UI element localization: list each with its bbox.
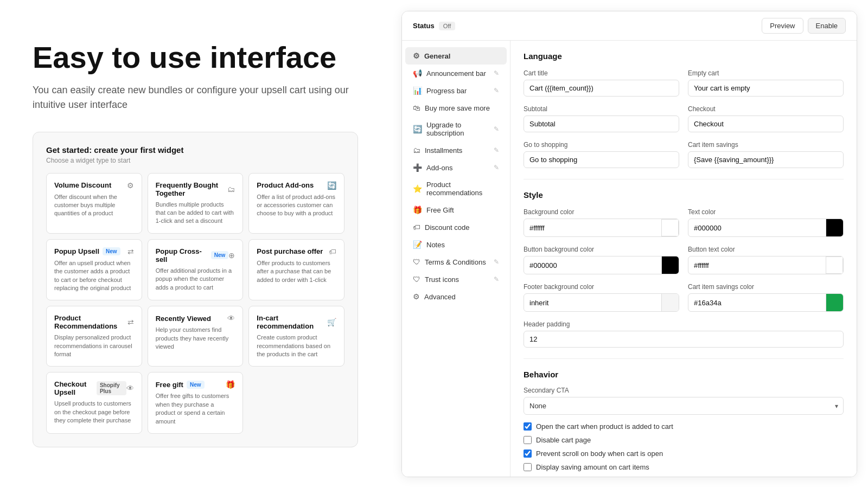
checkbox-open_cart[interactable] [524,422,532,431]
sidebar-item[interactable]: ⚙ General [405,47,507,65]
cart-title-input[interactable] [524,80,679,97]
header-padding-label: Header padding [524,320,844,328]
footer-bg-color-field: Footer background color [524,283,679,312]
sidebar-item[interactable]: ➕ Add-ons ✎ [405,159,507,176]
go-shopping-input[interactable] [524,151,679,168]
widget-card-desc: Display personalized product recommendat… [54,333,134,358]
widget-badge: Shopify Plus [97,381,126,395]
go-shopping-field: Go to shopping [524,141,679,168]
widget-card[interactable]: Free gift New 🎁 Offer free gifts to cust… [148,372,244,434]
sidebar-item[interactable]: 📝 Notes [405,236,507,253]
subtotal-label: Subtotal [524,105,679,113]
secondary-cta-select[interactable]: None [524,397,844,415]
language-section-title: Language [524,52,844,61]
widget-card-icon: 🎁 [226,380,235,389]
widget-grid: Volume Discount ⚙ Offer discount when th… [46,173,344,434]
widget-card-header: Post purchase offer 🏷 [257,247,336,256]
widget-card-desc: Bundles multiple products that can be ad… [156,201,235,226]
btn-bg-color-swatch [661,256,679,274]
sidebar-item[interactable]: 🛡 Trust icons ✎ [405,271,507,288]
widget-card-title: Frequently Bought Together [156,181,228,197]
btn-text-color-input[interactable] [688,258,826,273]
sidebar-item-left: ➕ Add-ons [413,163,452,172]
widget-card[interactable]: Popup Upsell New ⇄ Offer an upsell produ… [46,239,142,301]
edit-icon: ✎ [494,146,499,154]
status-area: Status Off [413,22,455,30]
bg-color-swatch [661,219,679,236]
widget-card[interactable]: Post purchase offer 🏷 Offer products to … [248,239,344,301]
text-color-label: Text color [688,208,844,216]
sidebar-item-label: Buy more save more [425,104,490,112]
footer-bg-color-input[interactable] [524,295,661,311]
cart-savings-color-input[interactable] [688,295,826,311]
widget-card-title: Checkout Upsell Shopify Plus [54,380,126,396]
edit-icon: ✎ [494,258,499,266]
checkbox-prevent_scroll[interactable] [524,450,532,458]
sidebar-icon: 🛡 [413,275,420,284]
cart-savings-label: Cart item savings [688,141,844,149]
sidebar-icon: ⚙ [413,52,420,60]
checkbox-item: Display saving amount on cart items [524,463,844,471]
text-color-input[interactable] [688,220,826,236]
widget-card-desc: Create custom product recommendations ba… [257,333,336,358]
checkbox-display_saving[interactable] [524,463,532,471]
sidebar-icon: 🔄 [413,125,422,133]
enable-button[interactable]: Enable [808,18,846,34]
widget-card[interactable]: Product Recommendations ⇄ Display person… [46,306,142,367]
cart-savings-input[interactable] [688,151,844,168]
widget-card[interactable]: Popup Cross-sell New ⊕ Offer additional … [148,239,244,301]
secondary-cta-wrapper: None ▾ [524,397,844,415]
style-row-2: Button background color Button text colo… [524,246,844,274]
sidebar-item[interactable]: ⭐ Product recommendations [405,176,507,201]
subtotal-input[interactable] [524,115,679,132]
bg-color-input[interactable] [524,220,661,236]
sidebar-item-label: Trust icons [425,275,459,284]
widget-card-icon: 👁 [126,384,134,393]
widget-card[interactable]: In-cart recommendation 🛒 Create custom p… [248,306,344,367]
empty-cart-field: Empty cart [688,69,844,97]
bg-color-field: Background color [524,208,679,237]
left-panel: Easy to use interface You can easily cre… [0,19,391,469]
checkout-input[interactable] [688,115,844,132]
header-padding-input[interactable] [524,331,844,348]
text-color-swatch [826,219,843,236]
widget-card[interactable]: Frequently Bought Together 🗂 Bundles mul… [148,173,244,234]
sidebar-item[interactable]: 🗂 Installments ✎ [405,142,507,159]
widget-card-desc: Offer additional products in a popup whe… [156,267,235,292]
widget-card[interactable]: Product Add-ons 🔄 Offer a list of produc… [248,173,344,234]
cart-savings-field: Cart item savings [688,141,844,168]
widget-card-icon: 🗂 [227,185,235,194]
app-topbar: Status Off Preview Enable [402,11,857,41]
sidebar-item-left: ⚙ Advanced [413,292,456,301]
empty-cart-input[interactable] [688,80,844,97]
sidebar-item-label: General [424,52,450,60]
edit-icon: ✎ [494,125,499,133]
sidebar-item[interactable]: 📢 Announcement bar ✎ [405,65,507,82]
sidebar-item[interactable]: 🛡 Terms & Conditions ✎ [405,253,507,271]
widget-card[interactable]: Checkout Upsell Shopify Plus 👁 Upsell pr… [46,372,142,434]
sidebar-item[interactable]: 🎁 Free Gift [405,201,507,219]
widget-card[interactable]: Recently Viewed 👁 Help your customers fi… [148,306,244,367]
sidebar-item-left: 🔄 Upgrade to subscription [413,121,494,137]
sidebar-item[interactable]: 🔄 Upgrade to subscription ✎ [405,117,507,142]
widget-card-title: Popup Upsell New [54,247,120,255]
widget-card-header: Product Add-ons 🔄 [257,181,336,190]
btn-bg-color-input[interactable] [524,258,661,273]
language-row-3: Go to shopping Cart item savings [524,141,844,168]
preview-button[interactable]: Preview [762,18,803,34]
widget-badge: New [211,251,229,259]
btn-text-color-field: Button text color [688,246,844,274]
sidebar-item[interactable]: 🏷 Discount code [405,219,507,236]
sidebar-item[interactable]: 📊 Progress bar ✎ [405,82,507,99]
sidebar-item-left: ⭐ Product recommendations [413,181,499,197]
checkbox-disable_cart[interactable] [524,436,532,444]
sidebar-item[interactable]: ⚙ Advanced [405,288,507,305]
widget-card[interactable]: Volume Discount ⚙ Offer discount when th… [46,173,142,234]
cart-title-label: Cart title [524,69,679,77]
widget-card-header: Popup Upsell New ⇄ [54,247,134,256]
checkout-label: Checkout [688,105,844,113]
widget-card-title: Product Add-ons [257,181,314,189]
language-row-1: Cart title Empty cart [524,69,844,97]
widget-card-desc: Help your customers find products they h… [156,326,235,351]
sidebar-item[interactable]: 🛍 Buy more save more [405,99,507,117]
